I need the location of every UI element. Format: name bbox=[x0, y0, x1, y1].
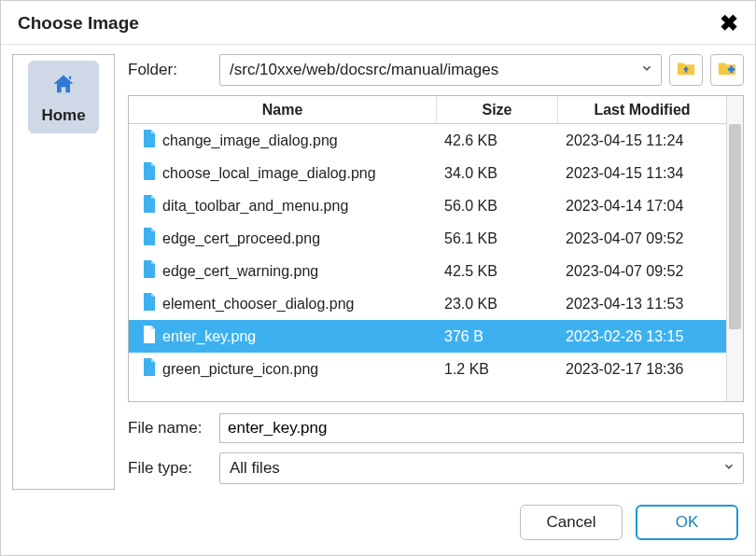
choose-image-dialog: Choose Image ✖ Home Folder: /src/10xxe/w… bbox=[0, 0, 756, 556]
file-name: change_image_dialog.png bbox=[162, 132, 338, 149]
column-header-name[interactable]: Name bbox=[129, 96, 437, 123]
table-body: change_image_dialog.png42.6 KB2023-04-15… bbox=[129, 124, 726, 401]
ok-button[interactable]: OK bbox=[636, 505, 738, 540]
file-icon bbox=[142, 228, 157, 250]
file-table: Name Size Last Modified change_image_dia… bbox=[128, 95, 744, 402]
table-row[interactable]: green_picture_icon.png1.2 KB2023-02-17 1… bbox=[129, 353, 726, 385]
table-row[interactable]: element_chooser_dialog.png23.0 KB2023-04… bbox=[129, 287, 726, 320]
file-icon bbox=[142, 293, 157, 315]
cell-name: enter_key.png bbox=[129, 326, 437, 348]
file-icon bbox=[142, 162, 157, 185]
file-name: green_picture_icon.png bbox=[162, 361, 318, 378]
folder-label: Folder: bbox=[128, 61, 212, 79]
dialog-body: Home Folder: /src/10xxe/web/docsrc/manua… bbox=[1, 45, 755, 490]
new-folder-button[interactable] bbox=[710, 54, 744, 86]
folder-select[interactable]: /src/10xxe/web/docsrc/manual/images bbox=[219, 54, 662, 86]
cell-size: 1.2 KB bbox=[437, 361, 558, 378]
dialog-footer: Cancel OK bbox=[1, 490, 755, 555]
table-row[interactable]: edge_cert_proceed.png56.1 KB2023-04-07 0… bbox=[129, 222, 726, 255]
column-header-size[interactable]: Size bbox=[437, 96, 558, 123]
sidebar: Home bbox=[12, 54, 115, 490]
cell-size: 34.0 KB bbox=[437, 165, 558, 182]
folder-path: /src/10xxe/web/docsrc/manual/images bbox=[230, 61, 498, 79]
file-icon bbox=[142, 358, 157, 381]
filetype-label: File type: bbox=[128, 459, 212, 478]
cell-name: element_chooser_dialog.png bbox=[129, 293, 437, 315]
file-icon bbox=[142, 130, 157, 152]
cell-modified: 2023-04-07 09:52 bbox=[558, 230, 726, 247]
close-icon[interactable]: ✖ bbox=[720, 12, 738, 35]
cell-size: 42.6 KB bbox=[437, 132, 558, 149]
folder-up-button[interactable] bbox=[669, 54, 703, 86]
cell-name: dita_toolbar_and_menu.png bbox=[129, 195, 437, 217]
table-header: Name Size Last Modified bbox=[129, 96, 726, 124]
chevron-down-icon bbox=[640, 61, 653, 79]
cell-modified: 2023-04-13 11:53 bbox=[558, 296, 726, 313]
new-folder-icon bbox=[717, 59, 737, 81]
table-row[interactable]: enter_key.png376 B2023-02-26 13:15 bbox=[129, 320, 726, 353]
scroll-thumb[interactable] bbox=[729, 124, 741, 329]
dialog-title: Choose Image bbox=[18, 13, 139, 34]
column-header-modified[interactable]: Last Modified bbox=[558, 96, 726, 123]
folder-up-icon bbox=[676, 59, 696, 81]
home-icon bbox=[47, 69, 80, 101]
cell-size: 376 B bbox=[437, 328, 558, 345]
file-name: enter_key.png bbox=[162, 328, 256, 345]
svg-rect-1 bbox=[730, 66, 733, 73]
filename-row: File name: bbox=[128, 413, 744, 443]
file-name: element_chooser_dialog.png bbox=[162, 296, 354, 313]
cell-modified: 2023-02-17 18:36 bbox=[558, 361, 726, 378]
cell-name: edge_cert_warning.png bbox=[129, 260, 437, 283]
cell-name: green_picture_icon.png bbox=[129, 358, 437, 381]
cell-size: 23.0 KB bbox=[437, 296, 558, 313]
cell-name: choose_local_image_dialog.png bbox=[129, 162, 437, 185]
filetype-row: File type: All files bbox=[128, 452, 744, 484]
cell-size: 56.0 KB bbox=[437, 198, 558, 215]
chevron-down-icon bbox=[722, 459, 735, 478]
table-row[interactable]: dita_toolbar_and_menu.png56.0 KB2023-04-… bbox=[129, 189, 726, 222]
cell-modified: 2023-02-26 13:15 bbox=[558, 328, 726, 345]
filename-label: File name: bbox=[128, 419, 212, 438]
home-button[interactable]: Home bbox=[28, 61, 99, 133]
cell-name: edge_cert_proceed.png bbox=[129, 228, 437, 250]
table-row[interactable]: choose_local_image_dialog.png34.0 KB2023… bbox=[129, 157, 726, 189]
cell-modified: 2023-04-15 11:34 bbox=[558, 165, 726, 182]
cell-modified: 2023-04-07 09:52 bbox=[558, 263, 726, 280]
file-name: edge_cert_warning.png bbox=[162, 263, 318, 280]
filename-input[interactable] bbox=[219, 413, 744, 443]
folder-row: Folder: /src/10xxe/web/docsrc/manual/ima… bbox=[128, 54, 744, 86]
titlebar: Choose Image ✖ bbox=[1, 1, 755, 45]
cell-size: 42.5 KB bbox=[437, 263, 558, 280]
file-icon bbox=[142, 260, 157, 283]
scrollbar[interactable] bbox=[726, 96, 743, 401]
filetype-value: All files bbox=[230, 459, 280, 478]
cell-modified: 2023-04-14 17:04 bbox=[558, 198, 726, 215]
file-icon bbox=[142, 195, 157, 217]
filetype-select[interactable]: All files bbox=[219, 452, 744, 484]
table-row[interactable]: edge_cert_warning.png42.5 KB2023-04-07 0… bbox=[129, 255, 726, 287]
file-icon bbox=[142, 326, 157, 348]
cell-modified: 2023-04-15 11:24 bbox=[558, 132, 726, 149]
home-label: Home bbox=[41, 106, 85, 125]
file-name: dita_toolbar_and_menu.png bbox=[162, 198, 348, 215]
cancel-button[interactable]: Cancel bbox=[520, 505, 623, 540]
cell-size: 56.1 KB bbox=[437, 230, 558, 247]
file-name: edge_cert_proceed.png bbox=[162, 230, 320, 247]
cell-name: change_image_dialog.png bbox=[129, 130, 437, 152]
main-panel: Folder: /src/10xxe/web/docsrc/manual/ima… bbox=[128, 54, 744, 490]
table-row[interactable]: change_image_dialog.png42.6 KB2023-04-15… bbox=[129, 124, 726, 157]
file-name: choose_local_image_dialog.png bbox=[162, 165, 376, 182]
